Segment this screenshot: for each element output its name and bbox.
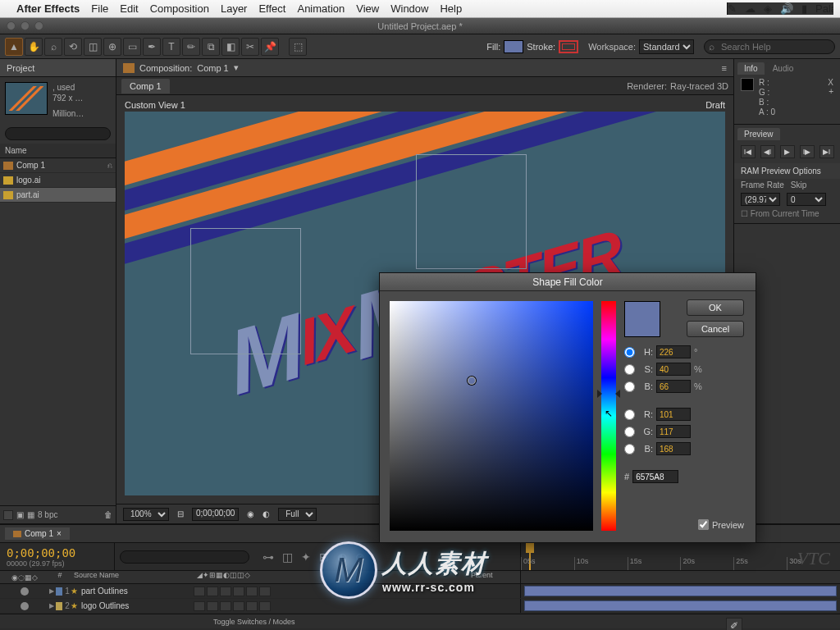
label-swatch[interactable] [56,602,62,610]
menu-layer[interactable]: Layer [221,2,248,15]
zoom-select[interactable]: 100% [123,508,169,521]
preview-tab[interactable]: Preview [737,128,780,140]
battery-icon[interactable]: ▮ [801,2,807,15]
volume-icon[interactable]: 🔊 [780,2,793,15]
layer-row[interactable]: ▶2 ★logo Outlines [0,599,840,614]
layer-bar[interactable] [524,586,837,596]
clone-tool-icon[interactable]: ⧉ [202,38,220,56]
eraser-tool-icon[interactable]: ◧ [221,38,240,56]
tl-icon[interactable]: ⊶ [262,550,274,564]
info-tab[interactable]: Info [737,62,765,75]
first-frame-icon[interactable]: I◀ [741,145,756,158]
new-comp-icon[interactable]: ▦ [27,510,34,519]
layer-row[interactable]: ▶1 ★part Outlines [0,584,840,599]
tl-icon[interactable]: ✦ [301,550,311,564]
comp-tab[interactable]: Comp 1 [121,79,170,94]
evernote-icon[interactable]: ✎ [728,2,737,15]
source-column[interactable]: Source Name [71,571,194,583]
h-radio[interactable] [624,347,635,358]
channels-icon[interactable]: ◐ [262,509,270,518]
traffic-lights[interactable] [7,21,43,30]
project-item-part[interactable]: part.ai [0,188,116,203]
interpret-icon[interactable] [3,510,13,520]
puppet-tool-icon[interactable]: 📌 [261,38,279,56]
project-item-comp[interactable]: Comp 1 ⎌ [0,158,116,173]
zoom-tool-icon[interactable]: ⌕ [44,38,62,56]
comp-crumb-name[interactable]: Comp 1 [197,63,229,73]
pen-tool-icon[interactable]: ✒ [143,38,161,56]
cloud-icon[interactable]: ☁ [745,2,756,15]
snapshot-icon[interactable]: ◉ [247,509,254,518]
b-input[interactable] [656,380,691,393]
project-search-input[interactable] [5,127,111,140]
fill-swatch[interactable] [504,40,523,53]
rotate-tool-icon[interactable]: ⟲ [64,38,82,56]
menu-window[interactable]: Window [390,2,428,15]
project-tab[interactable]: Project [0,59,116,77]
tl-icon[interactable]: ⊘ [355,550,365,564]
h-input[interactable] [656,345,691,358]
selection-tool-icon[interactable]: ▲ [5,38,23,56]
anchor-tool-icon[interactable]: ⊕ [103,38,121,56]
s-input[interactable] [656,363,691,376]
search-help-input[interactable] [704,39,835,54]
tl-icon[interactable]: ◐ [337,550,347,564]
stroke-swatch[interactable] [559,40,578,53]
twirl-icon[interactable]: ▶ [49,602,54,609]
skip-select[interactable]: 0 [787,193,826,206]
menu-effect[interactable]: Effect [258,2,285,15]
close-icon[interactable] [7,21,16,30]
timecode-display[interactable]: 0;00;00;00 [192,508,239,521]
timeline-search-input[interactable] [120,550,249,564]
menu-composition[interactable]: Composition [150,2,209,15]
timeline-tab[interactable]: Comp 1 × [5,527,70,540]
from-current-checkbox[interactable]: ☐ From Current Time [734,208,840,220]
resolution-select[interactable]: Full [278,508,317,521]
minimize-icon[interactable] [21,21,30,30]
renderer-value[interactable]: Ray-traced 3D [670,81,728,91]
layer-bar[interactable] [524,600,837,611]
asset-thumbnail[interactable] [5,82,48,115]
lock-icon[interactable]: ⊟ [177,509,184,518]
preview-checkbox[interactable] [698,519,709,530]
cancel-button[interactable]: Cancel [687,321,744,337]
trash-icon[interactable]: 🗑 [104,510,112,519]
workspace-select[interactable]: Standard [639,39,694,54]
roto-tool-icon[interactable]: ✂ [241,38,259,56]
audio-tab[interactable]: Audio [766,62,801,75]
g-input[interactable] [656,425,691,438]
snap-toggle-icon[interactable]: ⬚ [289,38,307,56]
hand-tool-icon[interactable]: ✋ [25,38,43,56]
hue-slider[interactable]: ↖ [601,301,616,531]
camera-tool-icon[interactable]: ◫ [84,38,102,56]
prev-frame-icon[interactable]: ◀I [760,145,775,158]
layer-name[interactable]: logo Outlines [81,601,129,610]
zoom-icon[interactable] [34,21,43,30]
saturation-field[interactable] [390,301,593,531]
label-swatch[interactable] [56,587,62,596]
frame-rate-select[interactable]: (29.97) [741,193,780,206]
menu-animation[interactable]: Animation [297,2,345,15]
twirl-icon[interactable]: ▶ [49,587,54,595]
panel-menu-icon[interactable]: ≡ [722,63,727,73]
flowchart-icon[interactable]: ⎌ [107,161,112,170]
rect-tool-icon[interactable]: ▭ [123,38,141,56]
dropdown-icon[interactable]: ▾ [234,62,239,73]
layer-name[interactable]: part Outlines [81,587,128,596]
menu-help[interactable]: Help [440,2,462,15]
app-name[interactable]: After Effects [16,2,80,15]
next-frame-icon[interactable]: I▶ [800,145,815,158]
eye-icon[interactable] [21,587,29,596]
time-ruler[interactable]: 05s10s 15s20s 25s30s [520,543,840,570]
toggle-switches-button[interactable]: Toggle Switches / Modes [213,618,295,626]
menu-edit[interactable]: Edit [120,2,138,15]
view-label[interactable]: Custom View 1 [125,100,185,110]
eye-icon[interactable] [21,602,29,610]
user-name[interactable]: Paladin [815,2,833,15]
menu-view[interactable]: View [356,2,379,15]
project-name-header[interactable]: Name [0,144,116,158]
folder-icon[interactable]: ▣ [16,510,24,519]
hex-input[interactable] [632,470,678,483]
tl-icon[interactable]: ⊞ [319,550,329,564]
color-cursor-icon[interactable] [468,377,476,385]
